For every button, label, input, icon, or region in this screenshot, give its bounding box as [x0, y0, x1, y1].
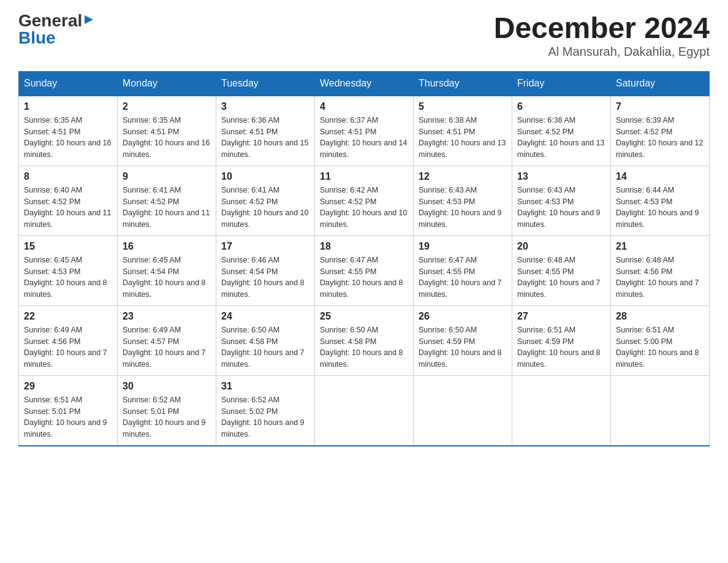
- day-number: 4: [320, 101, 408, 112]
- day-info: Sunrise: 6:37 AMSunset: 4:51 PMDaylight:…: [320, 116, 407, 159]
- calendar-cell: 15 Sunrise: 6:45 AMSunset: 4:53 PMDaylig…: [19, 236, 118, 305]
- day-number: 31: [221, 381, 309, 392]
- calendar-cell: 8 Sunrise: 6:40 AMSunset: 4:52 PMDayligh…: [19, 166, 118, 236]
- calendar-cell: 2 Sunrise: 6:35 AMSunset: 4:51 PMDayligh…: [118, 96, 216, 166]
- calendar-cell: 13 Sunrise: 6:43 AMSunset: 4:53 PMDaylig…: [512, 166, 611, 236]
- page-header: General Blue December 2024 Al Mansurah, …: [18, 12, 710, 59]
- day-number: 23: [123, 311, 211, 322]
- day-number: 3: [221, 101, 309, 112]
- day-info: Sunrise: 6:41 AMSunset: 4:52 PMDaylight:…: [221, 186, 308, 229]
- col-header-monday: Monday: [118, 71, 216, 96]
- day-number: 15: [24, 241, 112, 252]
- calendar-cell: 26 Sunrise: 6:50 AMSunset: 4:59 PMDaylig…: [414, 305, 512, 375]
- calendar-week-4: 22 Sunrise: 6:49 AMSunset: 4:56 PMDaylig…: [19, 305, 710, 375]
- day-number: 6: [517, 101, 605, 112]
- calendar-header: SundayMondayTuesdayWednesdayThursdayFrid…: [19, 71, 710, 96]
- col-header-friday: Friday: [512, 71, 611, 96]
- calendar-cell: 24 Sunrise: 6:50 AMSunset: 4:58 PMDaylig…: [216, 305, 315, 375]
- calendar-cell: 3 Sunrise: 6:36 AMSunset: 4:51 PMDayligh…: [216, 96, 315, 166]
- day-info: Sunrise: 6:41 AMSunset: 4:52 PMDaylight:…: [123, 186, 210, 229]
- calendar-week-2: 8 Sunrise: 6:40 AMSunset: 4:52 PMDayligh…: [19, 166, 710, 236]
- day-number: 27: [517, 311, 605, 322]
- logo: General Blue: [18, 12, 94, 47]
- day-info: Sunrise: 6:48 AMSunset: 4:56 PMDaylight:…: [616, 256, 699, 299]
- day-info: Sunrise: 6:52 AMSunset: 5:01 PMDaylight:…: [123, 396, 206, 439]
- day-info: Sunrise: 6:47 AMSunset: 4:55 PMDaylight:…: [419, 256, 502, 299]
- calendar-cell: 9 Sunrise: 6:41 AMSunset: 4:52 PMDayligh…: [118, 166, 216, 236]
- calendar-cell: 18 Sunrise: 6:47 AMSunset: 4:55 PMDaylig…: [315, 236, 414, 305]
- calendar-cell: 27 Sunrise: 6:51 AMSunset: 4:59 PMDaylig…: [512, 305, 611, 375]
- day-number: 14: [616, 171, 704, 182]
- logo-general-text: General: [18, 12, 82, 29]
- day-info: Sunrise: 6:52 AMSunset: 5:02 PMDaylight:…: [221, 396, 305, 439]
- logo-blue-text: Blue: [18, 29, 56, 47]
- col-header-tuesday: Tuesday: [216, 71, 315, 96]
- calendar-cell: 21 Sunrise: 6:48 AMSunset: 4:56 PMDaylig…: [611, 236, 710, 305]
- page-location: Al Mansurah, Dakahlia, Egypt: [494, 45, 710, 59]
- day-info: Sunrise: 6:43 AMSunset: 4:53 PMDaylight:…: [517, 186, 601, 229]
- day-number: 10: [221, 171, 309, 182]
- day-info: Sunrise: 6:44 AMSunset: 4:53 PMDaylight:…: [616, 186, 699, 229]
- day-number: 29: [24, 381, 112, 392]
- calendar-week-1: 1 Sunrise: 6:35 AMSunset: 4:51 PMDayligh…: [19, 96, 710, 166]
- page-title: December 2024: [494, 12, 710, 45]
- calendar-cell: 31 Sunrise: 6:52 AMSunset: 5:02 PMDaylig…: [216, 375, 315, 446]
- title-block: December 2024 Al Mansurah, Dakahlia, Egy…: [494, 12, 710, 59]
- day-number: 5: [419, 101, 507, 112]
- day-info: Sunrise: 6:46 AMSunset: 4:54 PMDaylight:…: [221, 256, 305, 299]
- day-info: Sunrise: 6:49 AMSunset: 4:57 PMDaylight:…: [123, 326, 206, 369]
- day-number: 13: [517, 171, 605, 182]
- day-info: Sunrise: 6:50 AMSunset: 4:58 PMDaylight:…: [221, 326, 305, 369]
- day-number: 19: [419, 241, 507, 252]
- day-number: 12: [419, 171, 507, 182]
- day-info: Sunrise: 6:42 AMSunset: 4:52 PMDaylight:…: [320, 186, 407, 229]
- day-info: Sunrise: 6:36 AMSunset: 4:51 PMDaylight:…: [221, 116, 308, 159]
- calendar-week-3: 15 Sunrise: 6:45 AMSunset: 4:53 PMDaylig…: [19, 236, 710, 305]
- day-info: Sunrise: 6:45 AMSunset: 4:53 PMDaylight:…: [24, 256, 107, 299]
- calendar-cell: 28 Sunrise: 6:51 AMSunset: 5:00 PMDaylig…: [611, 305, 710, 375]
- day-number: 20: [517, 241, 605, 252]
- day-number: 26: [419, 311, 507, 322]
- day-info: Sunrise: 6:35 AMSunset: 4:51 PMDaylight:…: [24, 116, 111, 159]
- calendar-cell: 23 Sunrise: 6:49 AMSunset: 4:57 PMDaylig…: [118, 305, 216, 375]
- day-number: 28: [616, 311, 704, 322]
- calendar-cell: [512, 375, 611, 446]
- day-number: 9: [123, 171, 211, 182]
- day-info: Sunrise: 6:35 AMSunset: 4:51 PMDaylight:…: [123, 116, 210, 159]
- calendar-cell: 16 Sunrise: 6:45 AMSunset: 4:54 PMDaylig…: [118, 236, 216, 305]
- calendar-cell: 17 Sunrise: 6:46 AMSunset: 4:54 PMDaylig…: [216, 236, 315, 305]
- col-header-sunday: Sunday: [19, 71, 118, 96]
- day-number: 1: [24, 101, 112, 112]
- calendar-week-5: 29 Sunrise: 6:51 AMSunset: 5:01 PMDaylig…: [19, 375, 710, 446]
- day-info: Sunrise: 6:47 AMSunset: 4:55 PMDaylight:…: [320, 256, 403, 299]
- day-info: Sunrise: 6:38 AMSunset: 4:51 PMDaylight:…: [419, 116, 506, 159]
- calendar-cell: 5 Sunrise: 6:38 AMSunset: 4:51 PMDayligh…: [414, 96, 512, 166]
- day-info: Sunrise: 6:48 AMSunset: 4:55 PMDaylight:…: [517, 256, 601, 299]
- day-number: 8: [24, 171, 112, 182]
- col-header-saturday: Saturday: [611, 71, 710, 96]
- calendar-cell: 1 Sunrise: 6:35 AMSunset: 4:51 PMDayligh…: [19, 96, 118, 166]
- calendar-table: SundayMondayTuesdayWednesdayThursdayFrid…: [18, 71, 710, 446]
- calendar-cell: 22 Sunrise: 6:49 AMSunset: 4:56 PMDaylig…: [19, 305, 118, 375]
- day-info: Sunrise: 6:40 AMSunset: 4:52 PMDaylight:…: [24, 186, 111, 229]
- col-header-thursday: Thursday: [414, 71, 512, 96]
- calendar-cell: [315, 375, 414, 446]
- day-info: Sunrise: 6:51 AMSunset: 5:01 PMDaylight:…: [24, 396, 107, 439]
- day-number: 21: [616, 241, 704, 252]
- calendar-cell: [611, 375, 710, 446]
- day-info: Sunrise: 6:38 AMSunset: 4:52 PMDaylight:…: [517, 116, 604, 159]
- day-info: Sunrise: 6:39 AMSunset: 4:52 PMDaylight:…: [616, 116, 703, 159]
- day-info: Sunrise: 6:49 AMSunset: 4:56 PMDaylight:…: [24, 326, 107, 369]
- day-number: 17: [221, 241, 309, 252]
- calendar-cell: 25 Sunrise: 6:50 AMSunset: 4:58 PMDaylig…: [315, 305, 414, 375]
- calendar-cell: 10 Sunrise: 6:41 AMSunset: 4:52 PMDaylig…: [216, 166, 315, 236]
- calendar-cell: [414, 375, 512, 446]
- day-number: 22: [24, 311, 112, 322]
- calendar-cell: 12 Sunrise: 6:43 AMSunset: 4:53 PMDaylig…: [414, 166, 512, 236]
- day-number: 25: [320, 311, 408, 322]
- day-info: Sunrise: 6:51 AMSunset: 4:59 PMDaylight:…: [517, 326, 601, 369]
- calendar-cell: 7 Sunrise: 6:39 AMSunset: 4:52 PMDayligh…: [611, 96, 710, 166]
- day-number: 30: [123, 381, 211, 392]
- day-number: 11: [320, 171, 408, 182]
- calendar-cell: 4 Sunrise: 6:37 AMSunset: 4:51 PMDayligh…: [315, 96, 414, 166]
